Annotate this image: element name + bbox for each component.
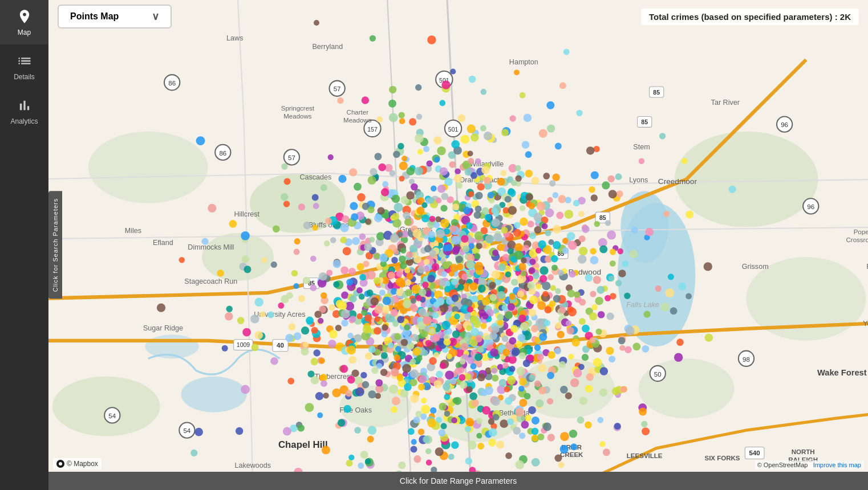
svg-text:Stem: Stem — [633, 143, 650, 151]
map-attribution: © OpenStreetMap Improve this map — [755, 460, 863, 469]
svg-text:SIX FORKS: SIX FORKS — [704, 455, 740, 462]
svg-text:Five Oaks: Five Oaks — [339, 406, 372, 414]
svg-text:57: 57 — [334, 85, 341, 92]
map-container[interactable]: 85 85 85 85 86 86 57 57 157 501 — [48, 0, 868, 490]
svg-text:96: 96 — [807, 203, 814, 210]
svg-text:157: 157 — [367, 126, 378, 133]
svg-text:Redwood: Redwood — [569, 268, 602, 276]
svg-text:NORTH: NORTH — [792, 448, 815, 455]
svg-text:Crossroads: Crossroads — [846, 236, 868, 243]
date-range-bar[interactable]: Click for Date Range Parameters — [48, 472, 868, 490]
list-icon — [16, 52, 33, 70]
svg-point-10 — [519, 358, 615, 418]
svg-text:Timbercrest: Timbercrest — [315, 373, 352, 381]
svg-text:CREEK: CREEK — [560, 451, 583, 458]
svg-text:98: 98 — [743, 356, 750, 363]
svg-text:96: 96 — [781, 121, 788, 128]
svg-text:BRIER: BRIER — [561, 444, 582, 451]
svg-text:86: 86 — [168, 80, 176, 87]
svg-text:86: 86 — [219, 150, 226, 157]
svg-text:Laws: Laws — [226, 34, 243, 42]
svg-point-108 — [59, 462, 62, 466]
svg-text:Charter: Charter — [347, 109, 369, 116]
sidebar-item-map[interactable]: Map — [0, 0, 48, 44]
svg-text:University Acres: University Acres — [254, 311, 305, 318]
svg-text:Lakewoods: Lakewoods — [234, 462, 271, 469]
sidebar-item-details[interactable]: Details — [0, 44, 48, 89]
svg-text:Creedmoor: Creedmoor — [658, 177, 697, 186]
svg-text:540: 540 — [749, 450, 760, 456]
svg-text:85: 85 — [308, 280, 315, 287]
svg-text:Youngs: Youngs — [863, 320, 868, 328]
sidebar-analytics-label: Analytics — [10, 117, 38, 125]
svg-text:Miles: Miles — [125, 227, 141, 235]
svg-text:501: 501 — [439, 77, 449, 84]
sidebar-details-label: Details — [14, 73, 35, 81]
svg-text:Springcrest: Springcrest — [281, 105, 315, 112]
svg-text:54: 54 — [108, 413, 116, 419]
svg-text:Bluffs of Eno: Bluffs of Eno — [309, 221, 349, 229]
svg-text:Cascades: Cascades — [299, 173, 331, 181]
svg-text:Chapel Hill: Chapel Hill — [278, 439, 328, 450]
mapbox-text: © Mapbox — [67, 460, 98, 468]
svg-text:Falls Lake: Falls Lake — [626, 301, 659, 309]
svg-text:Joyland: Joyland — [508, 345, 533, 353]
svg-text:Grissom: Grissom — [742, 263, 769, 271]
svg-text:Hillcrest: Hillcrest — [234, 210, 259, 218]
main-content: Points Map ∨ Total crimes (based on spec… — [48, 0, 868, 490]
svg-text:Durham: Durham — [436, 336, 477, 348]
osm-text: © OpenStreetMap — [757, 462, 808, 468]
svg-text:Berryland: Berryland — [312, 43, 343, 51]
svg-text:Hampton: Hampton — [509, 58, 538, 66]
svg-text:Meadows: Meadows — [283, 113, 312, 120]
sidebar-map-label: Map — [18, 28, 31, 36]
svg-text:85: 85 — [558, 251, 565, 257]
mapbox-logo: © Mapbox — [53, 458, 102, 469]
svg-text:Orange Factory: Orange Factory — [459, 176, 509, 184]
map-type-button[interactable]: Points Map ∨ — [58, 5, 172, 28]
svg-text:1009: 1009 — [237, 342, 250, 348]
svg-point-7 — [88, 132, 208, 203]
map-type-label: Points Map — [70, 11, 119, 22]
svg-text:501: 501 — [448, 126, 459, 133]
svg-text:57: 57 — [288, 154, 295, 161]
svg-text:50: 50 — [654, 371, 662, 378]
svg-text:85: 85 — [599, 215, 606, 221]
svg-point-11 — [435, 394, 519, 442]
svg-text:LEESVILLE: LEESVILLE — [627, 452, 663, 459]
svg-text:Wake Forest: Wake Forest — [817, 368, 867, 377]
svg-text:Tar River: Tar River — [711, 99, 740, 107]
svg-text:85: 85 — [653, 89, 660, 96]
svg-text:Spring: Spring — [399, 289, 417, 296]
svg-text:Sugar Ridge: Sugar Ridge — [143, 324, 183, 332]
svg-text:54: 54 — [183, 427, 190, 434]
sidebar-item-analytics[interactable]: Analytics — [0, 89, 48, 133]
search-params-tab[interactable]: Click for Search Parameters — [48, 191, 62, 299]
map-pin-icon — [16, 8, 33, 25]
svg-text:Willardville: Willardville — [469, 160, 504, 168]
svg-text:Efland: Efland — [153, 239, 173, 247]
svg-point-3 — [181, 377, 246, 413]
svg-text:Popes: Popes — [854, 228, 868, 235]
improve-map-link[interactable]: Improve this map — [813, 462, 861, 468]
svg-point-4 — [145, 334, 198, 358]
svg-text:Meadows: Meadows — [343, 117, 372, 124]
bar-chart-icon — [16, 97, 33, 114]
svg-text:Huckleberry: Huckleberry — [391, 281, 426, 288]
svg-text:Stagecoach Run: Stagecoach Run — [184, 277, 237, 285]
svg-text:85: 85 — [641, 119, 648, 125]
svg-text:Lyons: Lyons — [629, 176, 648, 184]
map-background: 85 85 85 85 86 86 57 57 157 501 — [48, 0, 868, 490]
chevron-down-icon: ∨ — [152, 10, 159, 23]
mapbox-logo-icon — [56, 460, 64, 468]
svg-text:Dimmocks Mill: Dimmocks Mill — [188, 243, 234, 251]
svg-text:40: 40 — [277, 342, 284, 349]
svg-text:Bethesda: Bethesda — [499, 409, 529, 417]
svg-point-6 — [202, 233, 274, 281]
svg-point-13 — [52, 377, 160, 436]
sidebar: Map Details Analytics — [0, 0, 48, 490]
svg-text:Greymoss: Greymoss — [400, 226, 432, 234]
